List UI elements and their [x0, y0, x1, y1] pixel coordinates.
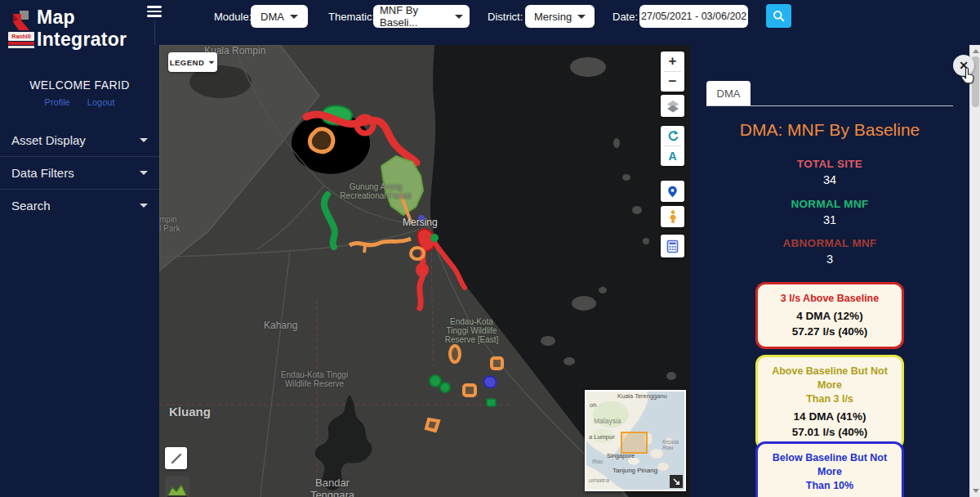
sidebar-item-asset-display[interactable]: Asset Display — [0, 124, 159, 157]
logout-link[interactable]: Logout — [87, 97, 115, 107]
minimap-label-malaysia: Malaysia — [594, 417, 621, 425]
welcome-text: WELCOME FARID — [0, 78, 159, 92]
dma-normal-polygon — [487, 399, 496, 406]
stat-box-title: 3 l/s Above Baseline — [763, 292, 897, 306]
layers-icon — [666, 99, 680, 114]
label-toggle-button[interactable]: A — [661, 146, 684, 166]
sidebar-item-search[interactable]: Search — [0, 190, 159, 222]
minimap-viewport-rect[interactable] — [621, 432, 648, 454]
module-select-value: DMA — [261, 11, 284, 23]
district-select-value: Mersing — [534, 11, 572, 23]
map-label-bandar-tenggara: Bandar Tenggara — [292, 477, 373, 497]
sidebar-item-label: Asset Display — [11, 133, 86, 147]
zoom-control: + − — [661, 51, 684, 92]
abnormal-mnf-value: 3 — [698, 253, 961, 266]
district-select[interactable]: Mersing — [525, 5, 595, 28]
zoom-out-button[interactable]: − — [661, 72, 684, 92]
dma-below-polygon — [484, 377, 497, 388]
pegman-button[interactable] — [661, 206, 684, 227]
map-label-gunung-arong: Gunung Arong Recreational Forest — [327, 182, 425, 200]
map-integrator-app: Ranhill Map Integrator WELCOME FARID Pro… — [0, 0, 980, 497]
stat-box-above-baseline: Above Baseline But Not More Than 3 l/s 1… — [755, 355, 904, 450]
stat-box-title: Above Baseline But Not More Than 3 l/s — [763, 365, 897, 406]
normal-mnf-value: 31 — [698, 213, 961, 226]
measure-line-icon — [169, 451, 184, 466]
sidebar-item-label: Data Filters — [11, 166, 74, 180]
legend-button-label: LEGEND — [170, 58, 205, 67]
collapse-arrow-icon — [672, 477, 680, 486]
sidebar-item-data-filters[interactable]: Data Filters — [0, 157, 159, 190]
tab-underline — [706, 105, 953, 106]
map-label-kahang: Kahang — [264, 320, 297, 331]
elevation-chart-icon — [167, 482, 188, 497]
sidebar: Ranhill Map Integrator WELCOME FARID Pro… — [0, 0, 159, 497]
thematic-select[interactable]: MNF By Baseli... — [373, 5, 470, 28]
stat-box-title: Below Baseline But Not More Than 10% — [763, 451, 897, 493]
thematic-result-panel: DMA DMA: MNF By Baseline TOTAL SITE 34 N… — [690, 45, 980, 497]
dma-normal-polygon — [430, 375, 441, 387]
dma-warning-polygon — [464, 385, 475, 396]
chevron-down-icon — [140, 204, 148, 208]
panel-scrollbar[interactable] — [969, 45, 980, 497]
hamburger-menu-icon[interactable] — [145, 3, 163, 20]
map-tools-group: A — [661, 126, 684, 166]
module-select[interactable]: DMA — [251, 5, 308, 28]
zoom-in-button[interactable]: + — [661, 51, 684, 71]
account-links: Profile Logout — [0, 97, 159, 107]
measure-button[interactable] — [165, 447, 187, 469]
minimap-collapse-button[interactable] — [670, 475, 683, 488]
chevron-down-icon — [209, 60, 215, 64]
scroll-up-arrow[interactable] — [973, 49, 979, 53]
map-label-rompin-park: mpin l Park — [159, 215, 180, 233]
date-range-input[interactable] — [639, 5, 748, 28]
minimap-label-kepulauan-riau: Kepula Riau — [662, 439, 679, 450]
legend-button[interactable]: LEGEND — [168, 52, 217, 72]
calculator-button[interactable] — [661, 235, 684, 257]
location-pin-icon — [666, 185, 679, 199]
minimap-label-johor: oh — [590, 401, 596, 409]
elevation-profile-button[interactable] — [165, 477, 189, 497]
sidebar-item-label: Search — [11, 199, 51, 213]
ranhill-logo: Ranhill — [7, 10, 35, 49]
chevron-down-icon — [577, 15, 586, 19]
chevron-down-icon — [290, 15, 298, 19]
stat-box-dma: 4 DMA (12%) — [763, 308, 897, 324]
stat-box-above-3ls: 3 l/s Above Baseline 4 DMA (12%) 57.27 l… — [755, 282, 904, 349]
divider — [154, 21, 155, 45]
module-label: Module: — [214, 11, 252, 23]
minimap-label-tanjung-pinang: Tanjung Pinang — [612, 467, 657, 474]
dma-warning-polygon — [426, 419, 439, 431]
thematic-label: Thematic: — [328, 11, 375, 23]
date-label: Date: — [612, 11, 638, 23]
map-area[interactable]: Kuala Rompin mpin l Park Gunung Arong Re… — [159, 45, 690, 497]
dma-normal-polygon — [440, 383, 450, 392]
dma-warning-polygon — [492, 358, 502, 369]
thematic-select-value: MNF By Baseli... — [380, 4, 449, 29]
stat-box-flow: 57.27 l/s (40%) — [763, 324, 897, 339]
profile-link[interactable]: Profile — [45, 97, 70, 107]
pegman-icon — [667, 209, 679, 224]
tab-dma[interactable]: DMA — [706, 81, 751, 105]
locate-button[interactable] — [661, 181, 684, 202]
map-label-mersing: Mersing — [403, 217, 438, 228]
calculator-icon — [666, 240, 679, 253]
scroll-down-arrow[interactable] — [973, 489, 979, 493]
panel-title: DMA: MNF By Baseline — [698, 120, 961, 140]
app-title: Map Integrator — [37, 7, 127, 51]
normal-mnf-label: NORMAL MNF — [698, 198, 961, 210]
overview-minimap[interactable]: Kuala Terengganu oh Malaysia a Lumpur Si… — [585, 390, 686, 491]
district-label: District: — [488, 11, 523, 23]
search-icon — [773, 10, 785, 22]
ranhill-logo-icon: Ranhill — [7, 10, 35, 49]
dma-warning-polygon — [310, 129, 333, 152]
search-button[interactable] — [766, 4, 791, 28]
total-site-value: 34 — [698, 173, 961, 186]
reset-view-button[interactable] — [661, 126, 684, 146]
reset-rotate-icon — [666, 129, 679, 142]
chevron-down-icon — [140, 138, 148, 142]
minimap-label-sumatra: umatra — [589, 477, 609, 484]
minimap-label-riau: Riau — [592, 459, 603, 464]
mouse-cursor-pointer — [960, 66, 978, 86]
layers-button[interactable] — [661, 95, 684, 117]
total-site-label: TOTAL SITE — [698, 158, 961, 170]
